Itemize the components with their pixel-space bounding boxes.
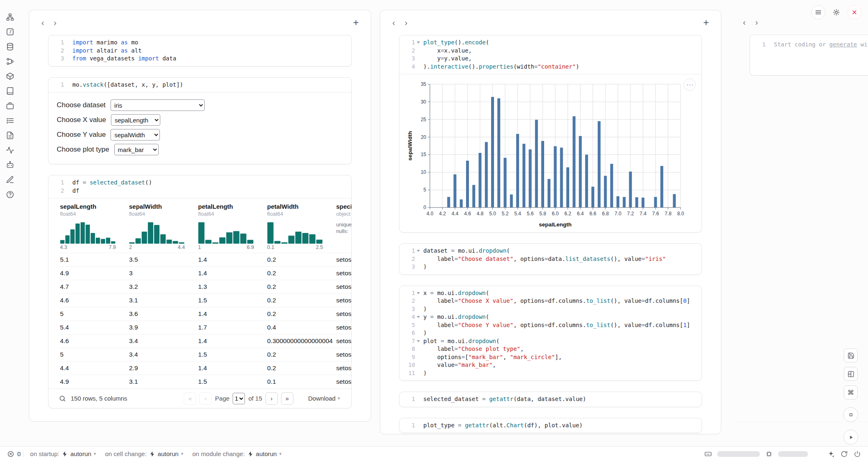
- table-row[interactable]: 4.931.40.2setosa: [59, 266, 351, 280]
- fold-chevron-icon[interactable]: [416, 315, 421, 320]
- code-line[interactable]: 1mo.vstack([dataset, x, y, plot]): [51, 81, 346, 89]
- scratchpad-icon[interactable]: [5, 100, 15, 111]
- column-header[interactable]: petalWidthfloat64: [266, 203, 335, 217]
- code-editor[interactable]: 1plot_type = getattr(alt.Chart(df), plot…: [399, 418, 702, 433]
- code-line[interactable]: 1dataset = mo.ui.dropdown(: [402, 247, 697, 255]
- column-header[interactable]: sepalLengthfloat64: [59, 203, 128, 217]
- code-editor[interactable]: 1x = mo.ui.dropdown(2 label="Choose X va…: [399, 286, 702, 381]
- packages-icon[interactable]: [5, 71, 15, 81]
- code-editor[interactable]: 1dataset = mo.ui.dropdown(2 label="Choos…: [399, 244, 702, 274]
- code-line[interactable]: 9 options=["mark_bar", "mark_circle"],: [402, 353, 697, 362]
- code-line[interactable]: 4y = mo.ui.dropdown(: [402, 313, 697, 321]
- cell-dataframe[interactable]: 1df = selected_dataset()2df sepalLengthf…: [48, 175, 352, 408]
- cell-plot[interactable]: 1plot_type().encode(2 x=x.value,3 y=y.va…: [399, 35, 702, 233]
- cell-xy-plot-dropdowns[interactable]: 1x = mo.ui.dropdown(2 label="Choose X va…: [399, 286, 702, 381]
- code-line[interactable]: 1plot_type().encode(: [402, 39, 697, 47]
- settings-button[interactable]: [829, 5, 843, 19]
- table-row[interactable]: 53.61.40.2setosa: [59, 307, 351, 320]
- code-line[interactable]: 2 label="Choose dataset", options=data.l…: [402, 255, 697, 263]
- tracing-icon[interactable]: [5, 145, 15, 155]
- fold-chevron-icon[interactable]: [416, 290, 421, 295]
- table-row[interactable]: 4.42.91.40.2setosa: [59, 361, 351, 375]
- variables-icon[interactable]: f: [5, 26, 15, 37]
- run-all-button[interactable]: [843, 430, 858, 445]
- table-row[interactable]: 4.93.11.50.1setosa: [59, 375, 351, 388]
- column-move-right-button[interactable]: ›: [400, 17, 412, 29]
- shutdown-button[interactable]: [847, 5, 861, 19]
- runtime-setting-on-startup[interactable]: on startup:autorun▾: [30, 450, 96, 457]
- next-page-button[interactable]: ›: [265, 392, 278, 405]
- code-editor[interactable]: 1import marimo as mo2import altair as al…: [48, 35, 351, 66]
- cell-empty-ai[interactable]: 1 Start coding or generate with AI.: [750, 35, 868, 76]
- choose-dataset-select[interactable]: iris: [111, 99, 205, 111]
- code-line[interactable]: 3): [402, 305, 697, 313]
- code-line[interactable]: 7plot = mo.ui.dropdown(: [402, 337, 697, 346]
- ai-sparkle-icon[interactable]: [827, 450, 835, 458]
- runtime-setting-on-cell-change[interactable]: on cell change:autorun▾: [105, 450, 183, 457]
- vega-bar-chart[interactable]: 4.04.24.44.64.85.05.25.45.65.86.06.26.46…: [405, 78, 695, 229]
- code-editor[interactable]: 1selected_dataset = getattr(data, datase…: [399, 392, 702, 407]
- last-page-button[interactable]: »: [281, 392, 293, 405]
- column-header[interactable]: petalLengthfloat64: [197, 203, 266, 217]
- file-explorer-icon[interactable]: [5, 12, 15, 22]
- choose-plot-type-select[interactable]: mark_bar: [114, 144, 159, 155]
- save-button[interactable]: [844, 348, 858, 362]
- column-move-left-button[interactable]: ‹: [738, 16, 750, 29]
- help-icon[interactable]: [5, 189, 15, 200]
- code-editor[interactable]: 1df = selected_dataset()2df: [48, 175, 351, 198]
- download-button[interactable]: Download▾: [308, 395, 340, 402]
- column-move-left-button[interactable]: ‹: [388, 17, 400, 29]
- column-header[interactable]: speciesobject: [335, 203, 351, 217]
- dependencies-icon[interactable]: [5, 56, 15, 67]
- ai-placeholder[interactable]: Start coding or generate with AI.: [774, 41, 868, 49]
- interrupt-button[interactable]: [843, 407, 858, 422]
- table-row[interactable]: 5.43.91.70.4setosa: [59, 320, 351, 334]
- code-line[interactable]: 2import altair as alt: [51, 47, 346, 55]
- copilot-icon[interactable]: [840, 450, 848, 458]
- column-move-right-button[interactable]: ›: [49, 17, 61, 29]
- code-editor[interactable]: 1plot_type().encode(2 x=x.value,3 y=y.va…: [399, 35, 702, 74]
- code-line[interactable]: 1x = mo.ui.dropdown(: [402, 289, 697, 297]
- cell-dataset-dropdown[interactable]: 1dataset = mo.ui.dropdown(2 label="Choos…: [399, 243, 702, 275]
- code-line[interactable]: 3): [402, 263, 697, 271]
- add-column-button[interactable]: +: [349, 16, 362, 30]
- runtime-setting-on-module-change[interactable]: on module change:autorun▾: [192, 450, 282, 457]
- fold-chevron-icon[interactable]: [416, 40, 421, 45]
- search-icon[interactable]: [58, 394, 67, 403]
- choose-y-value-select[interactable]: sepalWidth: [111, 129, 160, 141]
- keyboard-shortcuts-icon[interactable]: [704, 450, 712, 458]
- code-line[interactable]: 10 value="mark_bar",: [402, 361, 697, 369]
- code-line[interactable]: 3from vega_datasets import data: [51, 55, 346, 63]
- cell-selected-dataset[interactable]: 1selected_dataset = getattr(data, datase…: [399, 392, 702, 407]
- documentation-icon[interactable]: [5, 85, 15, 96]
- fold-chevron-icon[interactable]: [416, 339, 421, 343]
- table-row[interactable]: 4.63.11.50.2setosa: [59, 293, 351, 307]
- prev-page-button[interactable]: ‹: [199, 392, 212, 405]
- code-line[interactable]: 3 y=y.value,: [402, 55, 697, 63]
- add-column-button[interactable]: +: [699, 16, 713, 30]
- command-palette-button[interactable]: ⌘: [844, 385, 858, 399]
- table-row[interactable]: 53.41.50.2setosa: [59, 348, 351, 361]
- layout-toggle-button[interactable]: [844, 367, 858, 381]
- code-line[interactable]: 1selected_dataset = getattr(data, datase…: [402, 395, 697, 403]
- cell-imports[interactable]: 1import marimo as mo2import altair as al…: [48, 35, 352, 67]
- table-row[interactable]: 4.73.21.30.2setosa: [59, 280, 351, 293]
- code-line[interactable]: 2df: [51, 187, 346, 195]
- code-line[interactable]: 8 label="Choose plot type",: [402, 345, 697, 353]
- code-line[interactable]: 2 label="Choose X value", options=df.col…: [402, 297, 697, 305]
- error-indicator[interactable]: 0: [7, 450, 21, 458]
- table-row[interactable]: 5.13.51.40.2setosa: [59, 253, 351, 266]
- code-line[interactable]: 11): [402, 369, 697, 378]
- page-select[interactable]: 1: [233, 393, 245, 404]
- cell-plot-type[interactable]: 1plot_type = getattr(alt.Chart(df), plot…: [399, 418, 702, 433]
- code-line[interactable]: 4).interactive().properties(width="conta…: [402, 63, 697, 71]
- notebook-menu-button[interactable]: [811, 5, 825, 19]
- code-editor[interactable]: 1mo.vstack([dataset, x, y, plot]): [48, 78, 351, 92]
- power-icon[interactable]: [853, 450, 861, 458]
- code-line[interactable]: 2 x=x.value,: [402, 47, 697, 55]
- chat-icon[interactable]: [5, 159, 15, 170]
- datasources-icon[interactable]: [5, 41, 15, 52]
- chart-menu-button[interactable]: ⋯: [683, 78, 696, 91]
- column-move-right-button[interactable]: ›: [750, 16, 763, 29]
- code-line[interactable]: 1df = selected_dataset(): [51, 179, 346, 187]
